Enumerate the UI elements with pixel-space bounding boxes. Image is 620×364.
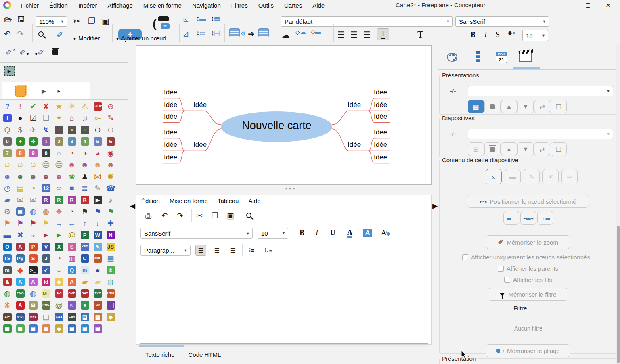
palette-icon[interactable]: ≣ [79,183,90,193]
move-presentation-down-button[interactable]: ▼ [517,100,534,113]
palette-icon[interactable]: ↑ [79,218,90,228]
right-scrollbar-thumb[interactable] [617,226,620,363]
palette-icon[interactable]: m [79,265,90,275]
small-arrow-icon[interactable]: ▶ [58,89,61,93]
palette-icon[interactable]: A [15,276,26,287]
palette-icon[interactable]: 6 [105,136,116,146]
palette-icon[interactable]: ▦ [2,323,13,334]
palette-icon[interactable]: ◔ [66,148,78,158]
palette-icon[interactable]: ◈ [105,312,116,322]
palette-icon[interactable]: m [2,265,13,275]
show-only-selected-checkbox-row[interactable]: Afficher uniquement les nœuds sélectionn… [462,254,590,261]
palette-icon[interactable]: ◆ [53,276,65,287]
new-slide-button[interactable]: ⊞ [468,142,484,156]
palette-icon[interactable]: ▦ [15,206,26,217]
palette-icon[interactable]: ! [15,101,26,111]
map-node-label[interactable]: Idée [164,153,177,161]
paste-icon[interactable]: ▣ [102,17,109,25]
note-cut-icon[interactable]: ✂ [196,212,203,220]
palette-icon[interactable]: ♟ [79,171,90,182]
note-redo-icon[interactable]: ↷ [177,212,183,220]
palette-icon[interactable]: S [27,253,39,264]
palette-icon[interactable]: ▬ [2,230,13,240]
style-cloud-icon[interactable]: ◇☁ [295,29,306,36]
palette-icon[interactable]: N [105,230,116,240]
palette-icon[interactable]: ◍ [105,276,116,287]
map-node-label[interactable]: Idée [374,141,387,149]
palette-icon[interactable]: ✔ [27,101,39,111]
palette-icon[interactable]: ▤ [40,312,52,322]
palette-icon[interactable]: {:} [66,300,78,310]
palette-icon[interactable]: ⚠ [79,101,90,111]
edit-pen-icon[interactable]: ✐ [57,31,63,39]
tab-calendar[interactable]: MAR21 [492,48,510,66]
palette-icon[interactable]: @ [53,300,65,310]
palette-icon[interactable]: + [15,136,26,146]
note-align-left-button[interactable]: ☰ [195,245,206,256]
delete-slide-button[interactable] [484,142,501,156]
font-size-combobox[interactable]: 18▼ [522,30,548,41]
modify-menu-button[interactable]: ▼Modifier... [73,35,105,42]
fit-map-icon[interactable]: ⊾ [182,15,189,23]
palette-icon[interactable]: ⌂ [66,113,78,123]
note-paste-icon[interactable]: ▣ [227,212,234,220]
palette-icon[interactable]: ⚑ [2,218,13,228]
palette-icon[interactable]: ☻ [40,171,52,182]
note-menu-aide[interactable]: Aide [243,196,265,206]
note-undo-icon[interactable]: ↶ [161,212,168,220]
palette-icon[interactable]: ← [66,218,78,228]
checkbox-icon[interactable] [462,254,468,260]
palette-icon[interactable]: ⚑ [79,206,90,217]
palette-icon[interactable]: CSS [53,312,65,322]
palette-icon[interactable]: STOP [92,101,103,111]
note-numbered-list-icon[interactable]: ⒈≡ [262,245,273,256]
note-hscrollbar-thumb[interactable] [139,345,184,347]
map-node-label[interactable]: Idée [193,141,207,149]
palette-icon[interactable]: ◔ [53,253,65,264]
palette-icon[interactable]: P [27,241,39,252]
palette-icon[interactable]: M↓ [40,288,52,299]
palette-icon[interactable]: ⚑ [105,206,116,217]
search-icon[interactable] [38,31,44,37]
note-clear-format-icon[interactable]: A̸◆ [381,229,390,237]
palette-icon[interactable]: ▶ [92,195,103,205]
spacing-branch-outline-icon[interactable]: ↕▤ [211,30,220,36]
palette-icon[interactable]: ? [2,101,13,111]
palette-icon[interactable]: ◍ [27,206,39,217]
copy-icon[interactable]: ❐ [88,17,95,25]
palette-icon[interactable]: ● [53,124,65,135]
palette-icon[interactable]: ■ [66,183,78,193]
palette-icon[interactable]: ☻ [92,159,103,170]
palette-icon[interactable]: O [2,241,13,252]
palette-icon[interactable]: ❖ [53,206,65,217]
tab-texte-riche[interactable]: Texte riche [145,351,175,362]
palette-icon[interactable]: 12 [40,183,52,193]
palette-icon[interactable]: ✉ [27,300,39,310]
map-node-label[interactable]: Idée [348,141,361,149]
palette-icon[interactable]: ☹ [53,159,65,170]
palette-icon[interactable]: ● [66,124,78,135]
palette-icon[interactable]: ○ [53,148,65,158]
palette-icon[interactable]: TS [2,253,13,264]
spacing-branch-icon[interactable]: ↕▤ [211,15,220,22]
move-slide-up-button[interactable]: ▲ [501,142,517,156]
palette-icon[interactable]: ◍ [2,288,13,299]
minimize-button[interactable]: — [558,0,576,10]
cut-icon[interactable]: ✂ [73,17,80,25]
note-font-combobox[interactable]: SansSerif▼ [140,228,253,239]
palette-icon[interactable]: BAT [79,288,90,299]
menu-fichier[interactable]: Fichier [15,1,44,10]
palette-icon[interactable]: 3 [66,136,78,146]
spacing-node-icon[interactable]: ↕▬ [196,15,206,22]
palette-icon[interactable]: ● [79,124,90,135]
play-arrow-icon[interactable]: ▶ [42,88,46,95]
new-presentation-button[interactable]: ▦ [468,100,484,113]
map-node-label[interactable]: Idée [164,128,177,136]
palette-icon[interactable]: ▤ [15,183,26,193]
palette-icon[interactable]: 2 [53,136,65,146]
palette-icon[interactable]: S [66,241,78,252]
zoom-combobox[interactable]: 110%▼ [36,16,67,27]
palette-icon[interactable]: ⚙ [2,206,13,217]
palette-icon[interactable]: $ [15,124,26,135]
align-node-center-button[interactable]: ▸▬◂ [520,211,536,225]
